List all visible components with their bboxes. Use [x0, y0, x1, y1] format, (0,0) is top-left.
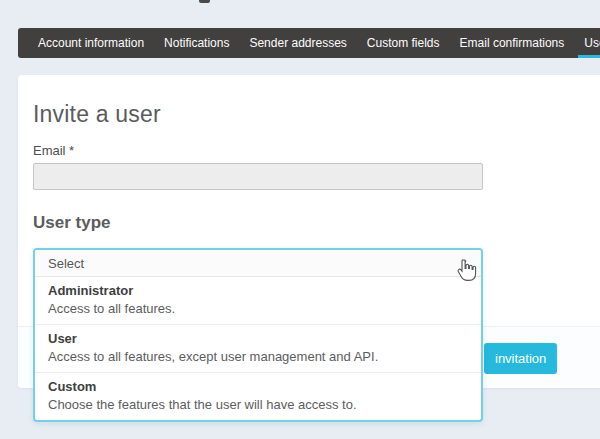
user-type-label: User type: [33, 213, 110, 233]
tab-users[interactable]: Users: [574, 28, 600, 58]
email-label: Email *: [33, 143, 74, 158]
dropdown-option-administrator[interactable]: Administrator Access to all features.: [35, 277, 481, 325]
option-title: Custom: [48, 379, 468, 395]
tab-custom-fields[interactable]: Custom fields: [357, 28, 450, 58]
dropdown-option-custom[interactable]: Custom Choose the features that the user…: [35, 373, 481, 420]
page-title-fragment: [199, 0, 210, 3]
user-type-select[interactable]: Select ▼: [35, 250, 481, 277]
dropdown-option-user[interactable]: User Access to all features, except user…: [35, 325, 481, 373]
page-title: Invite a user: [33, 101, 161, 128]
option-description: Access to all features, except user mana…: [48, 349, 468, 365]
option-title: Administrator: [48, 283, 468, 299]
email-input[interactable]: [33, 163, 483, 190]
send-invitation-button[interactable]: invitation: [484, 343, 557, 374]
tab-sender-addresses[interactable]: Sender addresses: [239, 28, 356, 58]
option-description: Access to all features.: [48, 301, 468, 317]
option-title: User: [48, 331, 468, 347]
tab-notifications[interactable]: Notifications: [154, 28, 239, 58]
caret-down-icon[interactable]: ▼: [460, 259, 468, 267]
option-description: Choose the features that the user will h…: [48, 397, 468, 413]
tab-account-information[interactable]: Account information: [28, 28, 154, 58]
settings-tab-bar: Account information Notifications Sender…: [18, 28, 600, 58]
tab-email-confirmations[interactable]: Email confirmations: [450, 28, 575, 58]
selected-value: Select: [48, 256, 84, 271]
user-type-dropdown: Select ▼ Administrator Access to all fea…: [33, 248, 483, 422]
